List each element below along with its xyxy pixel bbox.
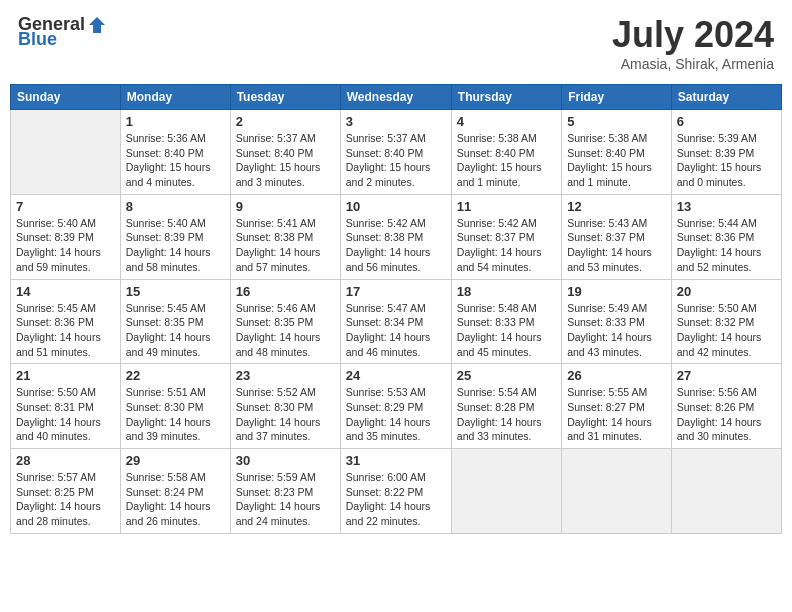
calendar-day-cell: 30Sunrise: 5:59 AM Sunset: 8:23 PM Dayli… [230, 449, 340, 534]
day-number: 19 [567, 284, 666, 299]
day-number: 21 [16, 368, 115, 383]
calendar-header-friday: Friday [562, 85, 672, 110]
day-number: 11 [457, 199, 556, 214]
day-info: Sunrise: 5:59 AM Sunset: 8:23 PM Dayligh… [236, 470, 335, 529]
day-info: Sunrise: 5:49 AM Sunset: 8:33 PM Dayligh… [567, 301, 666, 360]
page-header: General Blue July 2024 Amasia, Shirak, A… [10, 10, 782, 76]
day-number: 5 [567, 114, 666, 129]
calendar-day-cell: 24Sunrise: 5:53 AM Sunset: 8:29 PM Dayli… [340, 364, 451, 449]
calendar-day-cell: 12Sunrise: 5:43 AM Sunset: 8:37 PM Dayli… [562, 194, 672, 279]
day-number: 16 [236, 284, 335, 299]
calendar-day-cell: 23Sunrise: 5:52 AM Sunset: 8:30 PM Dayli… [230, 364, 340, 449]
calendar-day-cell: 3Sunrise: 5:37 AM Sunset: 8:40 PM Daylig… [340, 110, 451, 195]
day-info: Sunrise: 5:58 AM Sunset: 8:24 PM Dayligh… [126, 470, 225, 529]
title-block: July 2024 Amasia, Shirak, Armenia [612, 14, 774, 72]
day-number: 23 [236, 368, 335, 383]
day-number: 31 [346, 453, 446, 468]
day-info: Sunrise: 5:36 AM Sunset: 8:40 PM Dayligh… [126, 131, 225, 190]
day-number: 8 [126, 199, 225, 214]
calendar-day-cell: 22Sunrise: 5:51 AM Sunset: 8:30 PM Dayli… [120, 364, 230, 449]
day-number: 30 [236, 453, 335, 468]
calendar-day-cell: 14Sunrise: 5:45 AM Sunset: 8:36 PM Dayli… [11, 279, 121, 364]
calendar-header-row: SundayMondayTuesdayWednesdayThursdayFrid… [11, 85, 782, 110]
calendar-day-cell: 6Sunrise: 5:39 AM Sunset: 8:39 PM Daylig… [671, 110, 781, 195]
calendar-day-cell: 15Sunrise: 5:45 AM Sunset: 8:35 PM Dayli… [120, 279, 230, 364]
calendar-day-cell: 26Sunrise: 5:55 AM Sunset: 8:27 PM Dayli… [562, 364, 672, 449]
calendar-header-wednesday: Wednesday [340, 85, 451, 110]
month-title: July 2024 [612, 14, 774, 56]
calendar-day-cell [451, 449, 561, 534]
day-info: Sunrise: 5:52 AM Sunset: 8:30 PM Dayligh… [236, 385, 335, 444]
day-info: Sunrise: 5:45 AM Sunset: 8:35 PM Dayligh… [126, 301, 225, 360]
calendar-header-sunday: Sunday [11, 85, 121, 110]
day-info: Sunrise: 5:37 AM Sunset: 8:40 PM Dayligh… [346, 131, 446, 190]
calendar-week-row: 1Sunrise: 5:36 AM Sunset: 8:40 PM Daylig… [11, 110, 782, 195]
day-number: 10 [346, 199, 446, 214]
day-number: 20 [677, 284, 776, 299]
calendar-day-cell: 16Sunrise: 5:46 AM Sunset: 8:35 PM Dayli… [230, 279, 340, 364]
calendar-week-row: 21Sunrise: 5:50 AM Sunset: 8:31 PM Dayli… [11, 364, 782, 449]
calendar-day-cell: 20Sunrise: 5:50 AM Sunset: 8:32 PM Dayli… [671, 279, 781, 364]
day-number: 4 [457, 114, 556, 129]
day-info: Sunrise: 5:51 AM Sunset: 8:30 PM Dayligh… [126, 385, 225, 444]
calendar-day-cell [562, 449, 672, 534]
day-number: 26 [567, 368, 666, 383]
calendar-day-cell: 7Sunrise: 5:40 AM Sunset: 8:39 PM Daylig… [11, 194, 121, 279]
calendar-day-cell: 17Sunrise: 5:47 AM Sunset: 8:34 PM Dayli… [340, 279, 451, 364]
day-info: Sunrise: 5:41 AM Sunset: 8:38 PM Dayligh… [236, 216, 335, 275]
day-number: 14 [16, 284, 115, 299]
day-info: Sunrise: 5:40 AM Sunset: 8:39 PM Dayligh… [16, 216, 115, 275]
day-info: Sunrise: 5:39 AM Sunset: 8:39 PM Dayligh… [677, 131, 776, 190]
day-number: 17 [346, 284, 446, 299]
day-info: Sunrise: 5:45 AM Sunset: 8:36 PM Dayligh… [16, 301, 115, 360]
day-number: 3 [346, 114, 446, 129]
logo: General Blue [18, 14, 107, 50]
svg-marker-0 [89, 17, 105, 33]
day-info: Sunrise: 5:46 AM Sunset: 8:35 PM Dayligh… [236, 301, 335, 360]
logo-icon [87, 15, 107, 35]
day-info: Sunrise: 5:38 AM Sunset: 8:40 PM Dayligh… [457, 131, 556, 190]
calendar-day-cell: 28Sunrise: 5:57 AM Sunset: 8:25 PM Dayli… [11, 449, 121, 534]
calendar-day-cell [671, 449, 781, 534]
logo-blue-text: Blue [18, 29, 57, 50]
day-info: Sunrise: 5:43 AM Sunset: 8:37 PM Dayligh… [567, 216, 666, 275]
calendar-header-saturday: Saturday [671, 85, 781, 110]
calendar-week-row: 14Sunrise: 5:45 AM Sunset: 8:36 PM Dayli… [11, 279, 782, 364]
day-info: Sunrise: 5:55 AM Sunset: 8:27 PM Dayligh… [567, 385, 666, 444]
day-number: 15 [126, 284, 225, 299]
calendar-day-cell: 9Sunrise: 5:41 AM Sunset: 8:38 PM Daylig… [230, 194, 340, 279]
day-info: Sunrise: 5:42 AM Sunset: 8:38 PM Dayligh… [346, 216, 446, 275]
day-info: Sunrise: 5:54 AM Sunset: 8:28 PM Dayligh… [457, 385, 556, 444]
calendar-day-cell: 29Sunrise: 5:58 AM Sunset: 8:24 PM Dayli… [120, 449, 230, 534]
calendar-header-thursday: Thursday [451, 85, 561, 110]
day-info: Sunrise: 5:57 AM Sunset: 8:25 PM Dayligh… [16, 470, 115, 529]
day-info: Sunrise: 5:38 AM Sunset: 8:40 PM Dayligh… [567, 131, 666, 190]
day-info: Sunrise: 5:40 AM Sunset: 8:39 PM Dayligh… [126, 216, 225, 275]
day-number: 2 [236, 114, 335, 129]
calendar-week-row: 28Sunrise: 5:57 AM Sunset: 8:25 PM Dayli… [11, 449, 782, 534]
calendar-day-cell: 27Sunrise: 5:56 AM Sunset: 8:26 PM Dayli… [671, 364, 781, 449]
day-number: 13 [677, 199, 776, 214]
calendar-day-cell: 19Sunrise: 5:49 AM Sunset: 8:33 PM Dayli… [562, 279, 672, 364]
day-info: Sunrise: 5:50 AM Sunset: 8:32 PM Dayligh… [677, 301, 776, 360]
day-info: Sunrise: 5:47 AM Sunset: 8:34 PM Dayligh… [346, 301, 446, 360]
day-number: 7 [16, 199, 115, 214]
calendar-day-cell: 31Sunrise: 6:00 AM Sunset: 8:22 PM Dayli… [340, 449, 451, 534]
calendar-day-cell: 18Sunrise: 5:48 AM Sunset: 8:33 PM Dayli… [451, 279, 561, 364]
calendar-day-cell: 2Sunrise: 5:37 AM Sunset: 8:40 PM Daylig… [230, 110, 340, 195]
day-number: 27 [677, 368, 776, 383]
calendar-week-row: 7Sunrise: 5:40 AM Sunset: 8:39 PM Daylig… [11, 194, 782, 279]
day-number: 22 [126, 368, 225, 383]
day-info: Sunrise: 6:00 AM Sunset: 8:22 PM Dayligh… [346, 470, 446, 529]
day-number: 1 [126, 114, 225, 129]
calendar-header-tuesday: Tuesday [230, 85, 340, 110]
day-number: 6 [677, 114, 776, 129]
calendar-header-monday: Monday [120, 85, 230, 110]
day-number: 9 [236, 199, 335, 214]
calendar-day-cell: 4Sunrise: 5:38 AM Sunset: 8:40 PM Daylig… [451, 110, 561, 195]
day-number: 29 [126, 453, 225, 468]
location-text: Amasia, Shirak, Armenia [612, 56, 774, 72]
day-number: 12 [567, 199, 666, 214]
day-number: 18 [457, 284, 556, 299]
day-info: Sunrise: 5:44 AM Sunset: 8:36 PM Dayligh… [677, 216, 776, 275]
